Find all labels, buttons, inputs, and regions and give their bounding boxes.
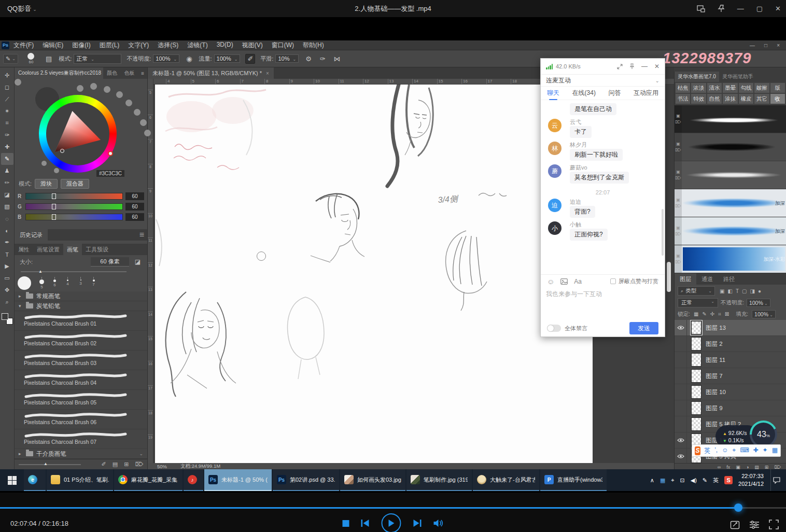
- magic-wand-tool[interactable]: ✶: [1, 105, 13, 117]
- delete-icon[interactable]: ⌦: [675, 232, 681, 236]
- tray-icon[interactable]: ✎: [703, 477, 707, 484]
- stroke-smoothing-slider[interactable]: ▲: [19, 464, 81, 465]
- mini-mode-icon[interactable]: [697, 5, 705, 12]
- flow-select[interactable]: 100%: [214, 54, 241, 63]
- pen-tool[interactable]: ✒: [1, 236, 13, 248]
- brush-category-button[interactable]: 特效: [691, 94, 706, 104]
- brush-item[interactable]: Pixelstains Charcoal Brush 06: [15, 410, 147, 429]
- brush-size-preview[interactable]: 5: [35, 277, 48, 289]
- close-icon[interactable]: ✕: [775, 5, 781, 12]
- folder-charcoal-brushes[interactable]: ▾炭笔铅笔: [15, 301, 147, 311]
- layer-row[interactable]: 图层 13: [675, 320, 786, 336]
- taskbar-item[interactable]: 如何画头发03.jpg...: [340, 469, 405, 491]
- airbrush-icon[interactable]: ✐: [245, 54, 255, 64]
- swatch-dot[interactable]: [116, 91, 123, 98]
- swatch-dot[interactable]: [77, 85, 83, 92]
- marquee-tool[interactable]: ◻: [1, 81, 13, 93]
- menu-item[interactable]: 编辑(E): [43, 41, 63, 50]
- delete-icon[interactable]: ⌦: [675, 148, 681, 152]
- play-button[interactable]: [382, 513, 401, 532]
- brush-item[interactable]: Pixelstains Charcoal Brush 04: [15, 370, 147, 390]
- blend-mode-select[interactable]: 正常: [74, 54, 121, 64]
- brush-preset-picker[interactable]: ✎⌄: [3, 54, 18, 64]
- menu-item[interactable]: 图像(I): [72, 41, 90, 50]
- sogou-toolbar-icon[interactable]: ⌨: [740, 446, 749, 455]
- visibility-toggle[interactable]: [675, 400, 687, 416]
- brush-category-button[interactable]: 涂抹: [723, 94, 737, 104]
- sogou-toolbar-icon[interactable]: ☺: [722, 446, 728, 455]
- taskbar-item[interactable]: Ps 第02讲.psd @ 33....: [273, 469, 339, 491]
- panel-menu-icon[interactable]: ≡: [138, 67, 147, 79]
- new-group-icon[interactable]: ▤: [113, 461, 118, 468]
- sogou-toolbar-icon[interactable]: ✚: [753, 446, 759, 455]
- link-layers-icon[interactable]: ∞: [718, 465, 721, 470]
- delete-icon[interactable]: ⌦: [675, 260, 681, 264]
- maximize-icon[interactable]: ▢: [756, 5, 763, 12]
- visibility-toggle[interactable]: [675, 368, 687, 384]
- layer-blend-select[interactable]: 正常: [678, 298, 718, 307]
- filter-switch-icon[interactable]: ●: [758, 288, 761, 294]
- brush-category-button[interactable]: 枯焦: [676, 83, 690, 93]
- lasso-tool[interactable]: ⟋: [1, 93, 13, 105]
- sogou-toolbar-icon[interactable]: ’,: [714, 446, 718, 455]
- send-button[interactable]: 发送: [629, 322, 658, 334]
- lock-icon[interactable]: ▣: [676, 114, 680, 118]
- preview-toggle-icon[interactable]: ✐: [102, 461, 106, 468]
- image-icon[interactable]: [560, 278, 568, 285]
- slider-mode-button[interactable]: 滑块: [35, 179, 58, 189]
- swatch-dot[interactable]: [41, 161, 47, 166]
- slider-knob-icon[interactable]: ▲: [38, 269, 43, 274]
- filter-type-icon[interactable]: T: [736, 288, 739, 294]
- layer-thumbnail[interactable]: [691, 337, 701, 351]
- channel-value[interactable]: 60: [125, 192, 144, 200]
- brush-category-button[interactable]: 其它: [754, 94, 769, 104]
- ps-close-icon[interactable]: ×: [777, 43, 780, 48]
- tray-icon[interactable]: 英: [713, 477, 719, 484]
- symmetry-icon[interactable]: ⋈: [332, 54, 342, 63]
- tray-icon[interactable]: S: [724, 476, 733, 484]
- channel-value[interactable]: 60: [125, 203, 144, 211]
- lock-position-icon[interactable]: ✢: [710, 311, 714, 317]
- brush-category-button[interactable]: 清水: [707, 83, 722, 93]
- chat-tab[interactable]: 在线(34): [572, 87, 596, 100]
- clone-stamp-tool[interactable]: ♟: [1, 165, 13, 177]
- visibility-toggle[interactable]: [675, 384, 687, 400]
- shape-tool[interactable]: ▭: [1, 272, 13, 284]
- brush-category-button[interactable]: 浓淡: [691, 83, 706, 93]
- avatar[interactable]: 林: [548, 142, 562, 155]
- taskbar-item[interactable]: Ps 未标题-1 @ 50% (...: [204, 469, 272, 491]
- brush-category-button[interactable]: 橡皮: [739, 94, 753, 104]
- chevron-down-icon[interactable]: ▾: [19, 303, 23, 309]
- brush-size-preview[interactable]: 3: [74, 277, 87, 289]
- next-button[interactable]: [413, 519, 422, 527]
- delete-brush-icon[interactable]: ⌦: [135, 461, 143, 468]
- layer-fill-select[interactable]: 100%: [752, 310, 776, 318]
- visibility-toggle[interactable]: [675, 449, 687, 463]
- dodge-tool[interactable]: ◐: [1, 225, 13, 236]
- layers-panel-tab[interactable]: 通道: [696, 273, 718, 285]
- layer-thumbnail[interactable]: [691, 321, 701, 334]
- swatch-dot[interactable]: [15, 79, 21, 86]
- chevron-down-icon[interactable]: ⌄: [655, 78, 659, 83]
- swatch-dot[interactable]: [144, 130, 151, 136]
- tray-icon[interactable]: ▦: [660, 477, 665, 484]
- smoothing-gear-icon[interactable]: ⚙: [304, 54, 313, 63]
- progress-handle[interactable]: [734, 503, 742, 512]
- layer-thumbnail[interactable]: [691, 353, 701, 367]
- brush-category-button[interactable]: 勾线: [739, 83, 753, 93]
- brush-tool[interactable]: ✎: [1, 153, 13, 165]
- taskbar-item[interactable]: 笔刷制作.jpg (319...: [406, 469, 472, 491]
- brush-stroke-thumbnail[interactable]: [683, 107, 785, 131]
- folder-regular-brushes[interactable]: ▸常规画笔: [15, 291, 147, 301]
- zoom-tool[interactable]: ⌕: [1, 296, 13, 308]
- taskbar-item[interactable]: 大触来了-台风君古...: [473, 469, 539, 491]
- taskbar-item[interactable]: 麻花瓣_花瓣_采集 -...: [114, 469, 183, 491]
- fullscreen-button[interactable]: [769, 520, 779, 529]
- eraser-tool[interactable]: ◪: [1, 189, 13, 201]
- pressure-size-toggle-icon[interactable]: ◪: [133, 258, 142, 266]
- scrollbar-thumb[interactable]: [667, 262, 671, 292]
- brush-stroke-thumbnail[interactable]: [683, 163, 785, 187]
- layer-group-icon[interactable]: ▤: [754, 465, 759, 470]
- hand-tool[interactable]: ✥: [1, 284, 13, 296]
- expand-icon[interactable]: [617, 64, 623, 69]
